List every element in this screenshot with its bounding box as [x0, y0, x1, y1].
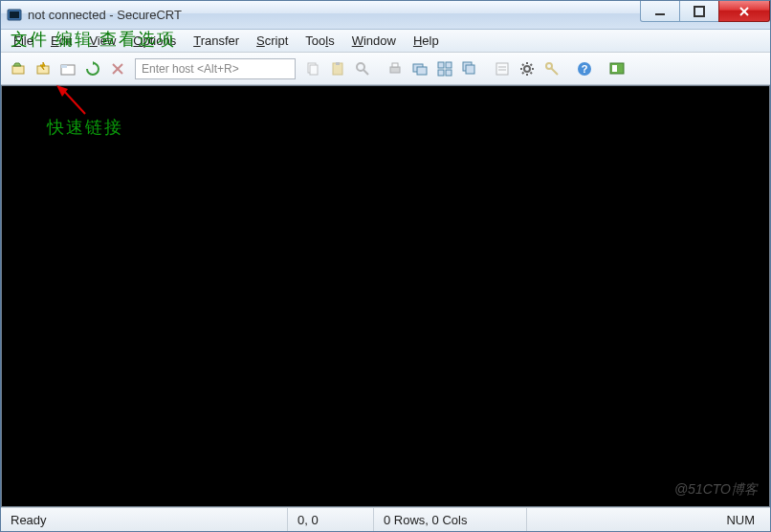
properties-icon: [495, 61, 510, 77]
cascade-button[interactable]: [458, 57, 481, 80]
titlebar: not connected - SecureCRT: [1, 1, 770, 30]
menu-file[interactable]: File: [5, 32, 42, 50]
print-button[interactable]: [384, 57, 407, 80]
svg-rect-17: [310, 65, 318, 75]
gear-icon: [519, 61, 535, 77]
print-icon: [387, 61, 403, 77]
menu-view[interactable]: View: [80, 32, 124, 50]
statusbar: Ready 0, 0 0 Rows, 0 Cols NUM: [1, 507, 770, 531]
paste-icon: [330, 61, 345, 77]
cascade-icon: [462, 61, 477, 77]
svg-line-37: [551, 68, 558, 75]
toolbar: Enter host <Alt+R>: [1, 53, 770, 85]
connect-icon: [11, 61, 26, 77]
svg-rect-3: [10, 11, 19, 18]
svg-rect-41: [612, 65, 617, 72]
app-icon: [7, 8, 22, 23]
find-icon: [355, 61, 370, 77]
quick-connect-icon: [35, 61, 51, 77]
watermark: @51CTO博客: [674, 481, 758, 499]
menu-options[interactable]: Options: [124, 32, 185, 50]
menu-transfer[interactable]: Transfer: [185, 32, 248, 50]
svg-rect-12: [61, 65, 67, 68]
menu-edit[interactable]: Edit: [42, 32, 80, 50]
tile-button[interactable]: [433, 57, 456, 80]
svg-rect-27: [446, 62, 452, 68]
status-ready: Ready: [1, 508, 288, 531]
minimize-icon: [654, 6, 666, 17]
menubar: File Edit View Options Transfer Script T…: [1, 30, 770, 53]
properties-button[interactable]: [491, 57, 514, 80]
menu-window[interactable]: Window: [343, 32, 405, 50]
connect-tab-icon: [60, 61, 76, 77]
maximize-icon: [694, 6, 705, 17]
minimize-button[interactable]: [640, 1, 680, 22]
svg-marker-9: [13, 63, 21, 66]
svg-rect-8: [12, 66, 24, 74]
copy-icon: [305, 61, 320, 77]
svg-rect-25: [417, 67, 427, 75]
svg-rect-26: [438, 62, 444, 68]
terminal-area[interactable]: @51CTO博客: [1, 85, 770, 507]
window-controls: [641, 1, 770, 29]
paste-button[interactable]: [326, 57, 349, 80]
copy-button[interactable]: [301, 57, 324, 80]
connect-in-tab-button[interactable]: [56, 57, 79, 80]
close-button[interactable]: [718, 1, 770, 22]
svg-point-20: [357, 63, 364, 71]
menu-script[interactable]: Script: [248, 32, 297, 50]
svg-rect-5: [694, 7, 704, 16]
key-icon: [544, 61, 560, 77]
window: 文件 编辑 查看选项 快速链接 not connected - SecureCR…: [0, 0, 771, 532]
disconnect-icon: [110, 61, 125, 77]
svg-rect-29: [446, 70, 452, 76]
svg-rect-22: [390, 67, 400, 73]
options-button[interactable]: [516, 57, 539, 80]
svg-rect-31: [466, 65, 474, 74]
window-title: not connected - SecureCRT: [28, 8, 641, 22]
status-rowscols: 0 Rows, 0 Cols: [374, 508, 527, 531]
host-placeholder: Enter host <Alt+R>: [142, 62, 239, 76]
svg-line-21: [363, 70, 368, 75]
help-button[interactable]: ?: [573, 57, 596, 80]
host-input[interactable]: Enter host <Alt+R>: [135, 58, 296, 79]
menu-help[interactable]: Help: [405, 32, 448, 50]
svg-rect-32: [496, 63, 508, 75]
quick-connect-button[interactable]: [32, 57, 55, 80]
svg-rect-19: [336, 62, 340, 65]
disconnect-button[interactable]: [106, 57, 129, 80]
sessions-button[interactable]: [408, 57, 431, 80]
reconnect-icon: [85, 61, 100, 77]
keymap-button[interactable]: [540, 57, 563, 80]
svg-rect-28: [438, 70, 444, 76]
close-icon: [738, 5, 751, 18]
status-coord: 0, 0: [288, 508, 374, 531]
tile-icon: [437, 61, 452, 77]
svg-point-35: [524, 66, 530, 72]
toggle-button[interactable]: [606, 57, 628, 80]
find-button[interactable]: [351, 57, 374, 80]
svg-rect-4: [655, 13, 665, 15]
connect-button[interactable]: [7, 57, 30, 80]
svg-text:?: ?: [582, 63, 588, 75]
svg-rect-23: [392, 63, 398, 67]
menu-tools[interactable]: Tools: [297, 32, 342, 50]
status-num: NUM: [716, 508, 770, 531]
reconnect-button[interactable]: [81, 57, 104, 80]
sessions-icon: [412, 61, 428, 77]
screen-icon: [609, 61, 625, 77]
maximize-button[interactable]: [679, 1, 719, 22]
help-icon: ?: [577, 61, 592, 77]
